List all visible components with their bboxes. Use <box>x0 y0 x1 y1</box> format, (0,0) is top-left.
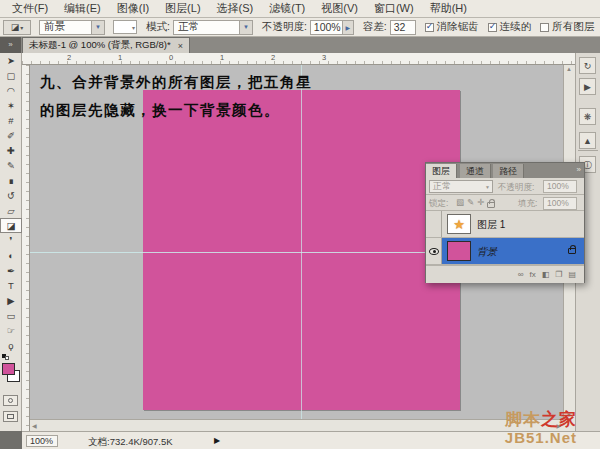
new-layer-icon[interactable]: ❐ <box>555 270 562 279</box>
zoom-tool[interactable]: ϙ <box>0 338 22 353</box>
scroll-up-icon[interactable]: ▲ <box>566 66 572 72</box>
screen-mode-button[interactable] <box>3 411 18 422</box>
layer-lock-icon <box>568 248 576 254</box>
layer-opacity-input[interactable]: 100% <box>543 180 577 193</box>
horizontal-ruler: 2 1 0 1 2 3 <box>22 53 575 65</box>
link-layers-icon[interactable]: ∞ <box>518 270 524 279</box>
brush-tool[interactable]: ✎ <box>0 158 22 173</box>
panel-menu-icon[interactable]: » <box>577 165 581 174</box>
actions-panel-icon[interactable]: ▶ <box>579 78 596 95</box>
lock-transparency-icon[interactable]: ▧ <box>456 197 464 208</box>
tool-preset-button[interactable]: ◪ ▾ <box>3 20 31 35</box>
watermark: 脚本之家 JB51.Net <box>505 411 577 447</box>
delete-layer-icon[interactable]: ▤ <box>568 270 576 279</box>
blend-controls-row: 正常 ▼ 不透明度: 100% <box>426 178 584 195</box>
history-panel-icon[interactable]: ↻ <box>579 57 596 74</box>
shape-tool[interactable]: ▭ <box>0 308 22 323</box>
quick-mask-icon <box>8 398 13 403</box>
antialias-label: 消除锯齿 <box>437 20 479 34</box>
horizontal-scrollbar[interactable]: ◀ ▶ <box>30 419 563 431</box>
magic-wand-tool[interactable]: ✶ <box>0 98 22 113</box>
mode-value: 正常 <box>178 20 199 34</box>
document-tab[interactable]: 未标题-1 @ 100% (背景, RGB/8)* × <box>22 37 190 53</box>
eraser-tool[interactable]: ▱ <box>0 203 22 218</box>
eye-icon <box>429 248 439 255</box>
background-thumbnail[interactable] <box>447 241 471 261</box>
mode-select[interactable]: 正常 ▼ <box>173 20 253 35</box>
zoom-level-input[interactable]: 100% <box>26 435 58 447</box>
type-tool[interactable]: T <box>0 278 22 293</box>
crop-tool[interactable]: # <box>0 113 22 128</box>
status-expand-icon[interactable]: ▶ <box>214 436 220 445</box>
menu-view[interactable]: 视图(V) <box>313 1 366 16</box>
contiguous-label: 连续的 <box>500 20 532 34</box>
navigator-panel-icon[interactable]: ▲ <box>579 132 596 149</box>
lock-position-icon[interactable]: ✛ <box>477 197 484 208</box>
clone-stamp-tool[interactable]: ∎ <box>0 173 22 188</box>
blur-tool[interactable]: ❜ <box>0 233 22 248</box>
checkbox-icon <box>488 23 497 32</box>
contiguous-checkbox[interactable]: 连续的 <box>488 20 532 34</box>
instruction-line-1: 九、合并背景外的所有图层，把五角星 <box>40 68 380 96</box>
toolbox-collapse-button[interactable]: » <box>0 37 21 53</box>
quick-mask-button[interactable] <box>3 395 18 406</box>
foreground-color-swatch[interactable] <box>2 363 15 375</box>
marquee-tool[interactable]: ▢ <box>0 68 22 83</box>
path-selection-tool[interactable]: ▶ <box>0 293 22 308</box>
history-brush-tool[interactable]: ↺ <box>0 188 22 203</box>
close-icon[interactable]: × <box>178 41 183 51</box>
menu-layer[interactable]: 图层(L) <box>157 1 208 16</box>
lock-all-icon[interactable] <box>487 202 495 208</box>
fill-input[interactable]: 100% <box>543 197 577 210</box>
lasso-tool[interactable]: ◠ <box>0 83 22 98</box>
all-layers-checkbox[interactable]: 所有图层 <box>540 20 594 34</box>
checkbox-icon <box>425 23 434 32</box>
screen-mode-icon <box>7 414 14 419</box>
healing-brush-tool[interactable]: ✚ <box>0 143 22 158</box>
tab-layers[interactable]: 图层 <box>426 164 457 178</box>
menu-help[interactable]: 帮助(H) <box>422 1 475 16</box>
pattern-swatch[interactable]: ▾ <box>113 20 137 34</box>
chevron-down-icon: ▾ <box>132 24 136 31</box>
hand-tool[interactable]: ☞ <box>0 323 22 338</box>
instruction-line-2: 的图层先隐藏，换一下背景颜色。 <box>40 96 380 124</box>
layer-row-background[interactable]: 背景 <box>426 238 584 265</box>
menu-select[interactable]: 选择(S) <box>209 1 262 16</box>
menu-window[interactable]: 窗口(W) <box>366 1 422 16</box>
styles-panel-icon[interactable]: ❋ <box>579 108 596 125</box>
tab-channels[interactable]: 通道 <box>460 164 491 178</box>
eyedropper-tool[interactable]: ✐ <box>0 128 22 143</box>
ruler-label: 1 <box>118 53 122 62</box>
layers-panel-footer: ∞ fx ◧ ❐ ▤ <box>426 265 584 283</box>
opacity-value: 100% <box>314 21 341 33</box>
antialias-checkbox[interactable]: 消除锯齿 <box>425 20 479 34</box>
toolbox-bottom-corner <box>0 431 22 449</box>
lock-pixels-icon[interactable]: ✎ <box>467 197 474 208</box>
opacity-input[interactable]: 100% ▶ <box>310 20 354 35</box>
tolerance-input[interactable]: 32 <box>390 20 416 35</box>
layer-style-icon[interactable]: fx <box>529 270 535 279</box>
lock-label: 锁定: <box>429 198 448 210</box>
menu-filter[interactable]: 滤镜(T) <box>261 1 313 16</box>
move-tool[interactable]: ➤ <box>0 53 22 68</box>
layer1-thumbnail[interactable]: ★ <box>447 214 471 234</box>
visibility-toggle[interactable] <box>426 211 442 237</box>
all-layers-label: 所有图层 <box>552 20 594 34</box>
ruler-label: 2 <box>271 53 275 62</box>
layer-row-layer1[interactable]: ★ 图层 1 <box>426 211 584 238</box>
visibility-toggle[interactable] <box>426 238 442 264</box>
fill-source-select[interactable]: 前景 ▼ <box>39 20 105 35</box>
dodge-tool[interactable]: ◐ <box>0 248 22 263</box>
menu-edit[interactable]: 编辑(E) <box>56 1 109 16</box>
scroll-left-icon[interactable]: ◀ <box>32 422 37 429</box>
paint-bucket-tool[interactable]: ◪ <box>0 218 22 233</box>
lock-controls-row: 锁定: ▧ ✎ ✛ 填充: 100% <box>426 195 584 211</box>
pen-tool[interactable]: ✒ <box>0 263 22 278</box>
tab-paths[interactable]: 路径 <box>493 164 524 178</box>
menu-image[interactable]: 图像(I) <box>109 1 157 16</box>
default-colors-icon[interactable] <box>2 354 10 360</box>
layer-mask-icon[interactable]: ◧ <box>542 270 550 279</box>
menu-file[interactable]: 文件(F) <box>4 1 56 16</box>
blend-mode-select[interactable]: 正常 ▼ <box>429 180 493 193</box>
watermark-url: JB51.Net <box>505 429 577 447</box>
